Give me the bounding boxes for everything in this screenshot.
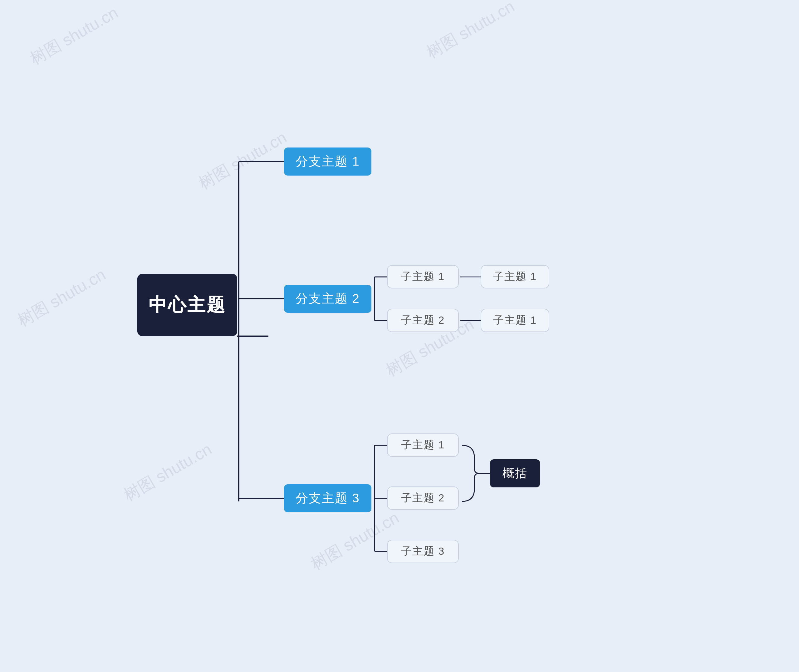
- branch-2-label: 分支主题 2: [295, 290, 359, 307]
- sub-b3-2-label: 子主题 2: [401, 491, 445, 505]
- summary-node[interactable]: 概括: [490, 459, 540, 487]
- center-node[interactable]: 中心主题: [137, 274, 237, 336]
- sub-node-b3-2[interactable]: 子主题 2: [387, 486, 459, 510]
- sub-b3-3-label: 子主题 3: [401, 544, 445, 558]
- branch-node-2[interactable]: 分支主题 2: [284, 285, 371, 313]
- watermark-1: 树图 shutu.cn: [26, 2, 122, 70]
- sub-node-b2-1[interactable]: 子主题 1: [387, 265, 459, 288]
- sub-node-b3-1[interactable]: 子主题 1: [387, 434, 459, 457]
- leaf-s1-label: 子主题 1: [493, 269, 537, 284]
- mind-map: 中心主题 分支主题 1 分支主题 2 分支主题 3 子主题 1 子主题 2 子主…: [119, 71, 680, 601]
- summary-label: 概括: [502, 465, 528, 481]
- branch-1-label: 分支主题 1: [295, 153, 359, 170]
- sub-b3-1-label: 子主题 1: [401, 438, 445, 452]
- watermark-4: 树图 shutu.cn: [14, 264, 110, 332]
- branch-node-1[interactable]: 分支主题 1: [284, 147, 371, 176]
- leaf-node-s2[interactable]: 子主题 1: [481, 309, 549, 332]
- sub-node-b2-2[interactable]: 子主题 2: [387, 309, 459, 332]
- center-label: 中心主题: [149, 293, 226, 317]
- branch-3-label: 分支主题 3: [295, 490, 359, 507]
- watermark-2: 树图 shutu.cn: [423, 0, 519, 64]
- leaf-node-s1[interactable]: 子主题 1: [481, 265, 549, 288]
- sub-b2-1-label: 子主题 1: [401, 269, 445, 284]
- leaf-s2-label: 子主题 1: [493, 313, 537, 327]
- sub-node-b3-3[interactable]: 子主题 3: [387, 540, 459, 563]
- branch-node-3[interactable]: 分支主题 3: [284, 484, 371, 512]
- connectors-svg: [119, 71, 680, 601]
- sub-b2-2-label: 子主题 2: [401, 313, 445, 327]
